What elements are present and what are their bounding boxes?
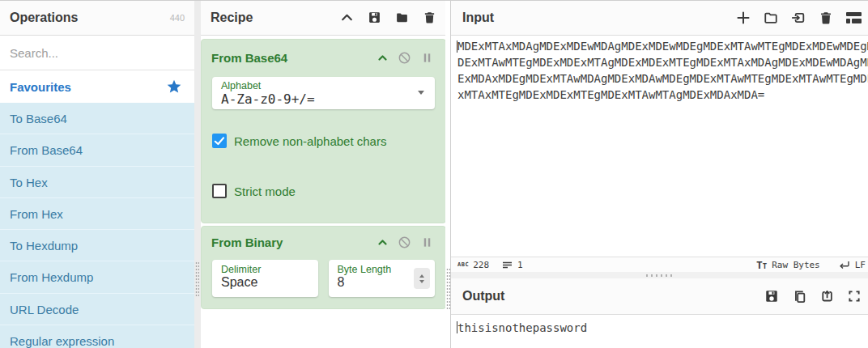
input-textarea[interactable]: MDExMTAxMDAgMDExMDEwMDAgMDExMDEwMDEgMDEx… xyxy=(457,38,868,103)
load-recipe-icon[interactable] xyxy=(395,11,409,24)
splitter-drag-handle[interactable] xyxy=(195,261,199,298)
input-status-bar: ABC 228 1 TT Raw Bytes LF xyxy=(451,257,868,272)
recipe-operation-list: From Base64 xyxy=(201,36,448,309)
remove-non-alphabet-label: Remove non-alphabet chars xyxy=(234,134,386,148)
clear-io-icon[interactable] xyxy=(819,11,833,25)
recipe-op-from-base64[interactable]: From Base64 xyxy=(201,39,446,223)
stepper-up-icon[interactable] xyxy=(419,274,424,278)
op-name: From Binary xyxy=(211,236,377,249)
add-input-tab-icon[interactable] xyxy=(736,11,751,25)
splitter-drag-handle[interactable] xyxy=(646,274,674,277)
operations-title: Operations xyxy=(10,11,78,25)
byte-length-input[interactable]: Byte Length 8 xyxy=(329,260,436,297)
strict-mode-label: Strict mode xyxy=(234,185,296,198)
operation-item-to-hexdump[interactable]: To Hexdump xyxy=(0,230,194,261)
recipe-panel: Recipe xyxy=(201,0,448,348)
breakpoint-icon[interactable] xyxy=(421,236,433,248)
character-encoding-icon: TT xyxy=(756,259,767,271)
operations-panel: Operations 440 Favourites To Base64 From… xyxy=(0,0,194,348)
output-header: Output xyxy=(451,278,868,315)
strict-mode-checkbox[interactable] xyxy=(212,184,227,198)
remove-non-alphabet-checkbox[interactable] xyxy=(212,134,227,148)
window-top-border xyxy=(0,0,868,1)
operations-recipe-splitter[interactable] xyxy=(194,0,201,348)
save-recipe-icon[interactable] xyxy=(368,11,381,24)
favourites-category[interactable]: Favourites xyxy=(0,70,194,103)
input-output-splitter[interactable] xyxy=(451,272,868,278)
maximize-output-icon[interactable] xyxy=(847,289,862,303)
line-count-icon xyxy=(502,261,513,269)
star-icon[interactable] xyxy=(166,79,182,95)
line-count: 1 xyxy=(517,260,523,270)
recipe-header: Recipe xyxy=(201,0,448,36)
operation-item-from-base64[interactable]: From Base64 xyxy=(0,134,194,166)
copy-output-icon[interactable] xyxy=(792,289,806,303)
delimiter-value: Space xyxy=(221,275,310,290)
alphabet-select[interactable]: Alphabet A-Za-z0-9+/= xyxy=(212,77,435,109)
recipe-title: Recipe xyxy=(211,11,253,25)
delimiter-select[interactable]: Delimiter Space xyxy=(212,260,318,297)
operations-search-row xyxy=(0,36,194,70)
operation-item-to-hex[interactable]: To Hex xyxy=(0,167,194,198)
alphabet-value: A-Za-z0-9+/= xyxy=(221,91,427,107)
op-name: From Base64 xyxy=(211,51,377,65)
operation-item-regular-expression[interactable]: Regular expression xyxy=(0,325,194,348)
character-count-icon: ABC xyxy=(457,261,469,268)
operation-item-to-base64[interactable]: To Base64 xyxy=(0,103,194,134)
chevron-down-icon xyxy=(418,91,424,95)
delimiter-label: Delimiter xyxy=(221,264,310,275)
number-stepper[interactable] xyxy=(414,268,430,289)
stepper-down-icon[interactable] xyxy=(419,280,424,283)
search-input[interactable] xyxy=(0,46,194,60)
collapse-icon[interactable] xyxy=(377,237,388,248)
operation-item-from-hexdump[interactable]: From Hexdump xyxy=(0,261,194,293)
open-file-icon[interactable] xyxy=(791,11,806,25)
favourites-label: Favourites xyxy=(10,80,71,94)
output-title: Output xyxy=(462,289,504,303)
return-arrow-icon xyxy=(838,260,850,269)
recipe-op-from-binary[interactable]: From Binary xyxy=(201,226,446,309)
cyberchef-app: Operations 440 Favourites To Base64 From… xyxy=(0,0,868,348)
eol-value[interactable]: LF xyxy=(855,260,866,270)
io-column: Input xyxy=(450,0,868,348)
favourites-operations-list: To Base64 From Base64 To Hex From Hex To… xyxy=(0,103,194,348)
op-from-binary-header: From Binary xyxy=(202,227,445,258)
op-from-base64-header: From Base64 xyxy=(202,40,445,75)
operation-item-url-decode[interactable]: URL Decode xyxy=(0,294,194,325)
breakpoint-icon[interactable] xyxy=(421,52,433,64)
disable-icon[interactable] xyxy=(398,51,411,65)
open-output-new-tab-icon[interactable] xyxy=(819,289,834,303)
collapse-all-icon[interactable] xyxy=(340,11,354,24)
save-output-icon[interactable] xyxy=(764,289,779,303)
alphabet-label: Alphabet xyxy=(221,80,427,91)
disable-icon[interactable] xyxy=(398,236,411,249)
checkmark-icon xyxy=(212,134,227,148)
clear-recipe-icon[interactable] xyxy=(423,11,436,24)
operation-item-from-hex[interactable]: From Hex xyxy=(0,198,194,230)
input-header: Input xyxy=(451,0,868,36)
operations-header: Operations 440 xyxy=(0,0,194,36)
operations-count-badge: 440 xyxy=(170,13,185,23)
input-tab-layout-icon[interactable] xyxy=(846,12,862,23)
input-title: Input xyxy=(462,11,494,25)
character-count: 228 xyxy=(473,260,489,270)
output-textarea[interactable]: thisisnothepassword xyxy=(457,320,868,336)
collapse-icon[interactable] xyxy=(377,53,388,63)
character-encoding-value[interactable]: Raw Bytes xyxy=(772,260,820,270)
open-folder-icon[interactable] xyxy=(764,11,778,25)
